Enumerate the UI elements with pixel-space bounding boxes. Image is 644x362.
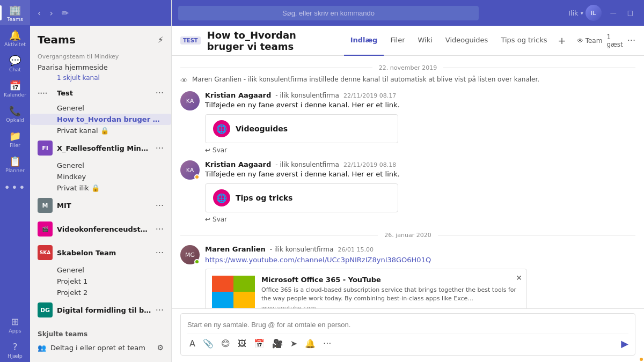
compose-input[interactable] [187, 321, 628, 329]
team-test-more[interactable]: ··· [156, 88, 164, 98]
send-arrow-tool[interactable]: ➤ [288, 337, 299, 350]
sidebar-item-aktivitet[interactable]: 🔔 Aktivitet [0, 25, 30, 50]
channel-generel-skabelon[interactable]: Generel [30, 264, 171, 276]
channel-privat[interactable]: Privat kanal 🔒 [30, 125, 171, 136]
msg1-card-title: Videoguides [236, 124, 288, 133]
team-videokonference[interactable]: 🎬 Videokonferenceudstyr til Grøn... ··· [30, 217, 171, 241]
team-skabelon[interactable]: SKA Skabelon Team ··· [30, 241, 171, 264]
more-tools[interactable]: ··· [321, 337, 333, 350]
teams-panel: ‹ › ✏ Teams ⚡ Overgangsteam til Mindkey … [30, 0, 172, 362]
more-icon: ••• [4, 182, 26, 193]
channel-generel-test[interactable]: Generel [30, 102, 171, 114]
tab-tips[interactable]: Tips og tricks [494, 26, 553, 56]
team-digital-avatar: DG [38, 302, 53, 317]
sidebar-item-chat[interactable]: 💬 Chat [0, 50, 30, 76]
image-tool[interactable]: 🖼 [236, 337, 248, 350]
msg1-reply[interactable]: ↩ Svar [205, 146, 635, 154]
compose-icon[interactable]: ✏ [58, 6, 72, 20]
opkald-icon: 📞 [9, 106, 21, 116]
ms-green-square [233, 276, 255, 292]
channel-privat-ilik[interactable]: Privat ilik 🔒 [30, 182, 171, 194]
attach-tool[interactable]: 📎 [201, 337, 216, 350]
msg3-time: 26/01 15.00 [338, 246, 374, 253]
sidebar-item-hjaelp[interactable]: ? Hjælp [0, 337, 30, 362]
skjulte-teams-header: Skjulte teams [30, 326, 171, 340]
team-digital[interactable]: DG Digital formidling til børn og u... ·… [30, 298, 171, 322]
team-x-more[interactable]: ··· [156, 143, 164, 153]
tab-filer[interactable]: Filer [384, 26, 411, 56]
msg3-link[interactable]: https://www.youtube.com/channel/UCc3pNIR… [205, 256, 431, 264]
tab-add-button[interactable]: + [554, 35, 570, 46]
user-profile[interactable]: Ilik ▾ IL [568, 5, 602, 21]
team-mit-avatar: M [38, 198, 53, 213]
search-input[interactable] [178, 6, 479, 20]
team-test[interactable]: ···· Test ··· [30, 84, 171, 102]
maximize-button[interactable]: □ [623, 7, 638, 19]
team-skabelon-more[interactable]: ··· [156, 248, 164, 258]
msg2-card[interactable]: 🌐 Tips og tricks [205, 183, 398, 212]
window-controls: — □ [606, 7, 638, 19]
team-x-name: X_Fællesoffentlig Mindkey impl [57, 144, 151, 152]
channel-howto[interactable]: How to_Hvordan bruger vi teams [30, 114, 171, 125]
eye-team-badge[interactable]: 👁 Team [577, 37, 603, 45]
sidebar-item-opkald[interactable]: 📞 Opkald [0, 101, 30, 126]
sidebar-item-apps[interactable]: ⊞ Apps [0, 312, 30, 337]
filter-icon[interactable]: ⚡ [158, 35, 164, 45]
tab-indlaeg[interactable]: Indlæg [344, 26, 384, 56]
send-button[interactable]: ▶ [621, 338, 628, 349]
youtube-url: www.youtube.com [261, 305, 520, 308]
team-digital-more[interactable]: ··· [156, 305, 164, 315]
reply-arrow-icon-2: ↩ [205, 216, 210, 223]
forward-arrow[interactable]: › [46, 6, 56, 20]
schedule-tool[interactable]: 📅 [252, 337, 267, 350]
channel-mindkey[interactable]: Mindkey [30, 171, 171, 182]
user-avatar: IL [586, 5, 602, 21]
paarisa-channel[interactable]: Paarisa hjemmeside [30, 62, 171, 73]
format-text-tool[interactable]: A [187, 337, 197, 350]
msg2-card-title: Tips og tricks [236, 194, 292, 202]
channel-more-button[interactable]: ··· [627, 35, 635, 46]
info-icon: 👁 [180, 76, 188, 85]
message-block-3: MG Maren Granlien - ilik konsulentfirma … [180, 245, 635, 308]
compose-toolbar: A 📎 😊 🖼 📅 🎥 ➤ 🔔 ··· ▶ [187, 334, 628, 350]
kalender-icon: 📅 [9, 81, 21, 91]
msg2-content: Kristian Aagaard - ilik konsulentfirma 2… [205, 160, 635, 223]
sidebar-item-kalender[interactable]: 📅 Kalender [0, 76, 30, 101]
youtube-card-close[interactable]: ✕ [516, 274, 522, 282]
video-tool[interactable]: 🎥 [270, 337, 285, 350]
sidebar-item-teams[interactable]: 🏢 Teams [0, 0, 30, 25]
team-x-faelles[interactable]: FI X_Fællesoffentlig Mindkey impl ··· [30, 136, 171, 160]
chat-icon: 💬 [9, 56, 21, 65]
teams-title: Teams [38, 33, 76, 46]
channel-projekt2[interactable]: Projekt 2 [30, 287, 171, 298]
sidebar-item-filer[interactable]: 📁 Filer [0, 126, 30, 151]
emoji-tool[interactable]: 😊 [219, 337, 232, 350]
back-arrow[interactable]: ‹ [34, 6, 44, 20]
notify-tool[interactable]: 🔔 [303, 337, 318, 350]
channel-projekt1[interactable]: Projekt 1 [30, 276, 171, 287]
team-label: Team [586, 37, 603, 45]
msg1-card[interactable]: 🌐 Videoguides [205, 114, 398, 143]
channel-generel-x[interactable]: Generel [30, 160, 171, 171]
skjult-kanal[interactable]: 1 skjult kanal [30, 73, 171, 84]
guest-badge: 1 gæst [606, 33, 623, 48]
msg2-reply[interactable]: ↩ Svar [205, 216, 635, 223]
team-mit[interactable]: M MIT ··· [30, 194, 171, 217]
team-mit-more[interactable]: ··· [156, 201, 164, 211]
join-team-label: Deltag i eller opret et team [50, 344, 145, 352]
join-team-row[interactable]: 👥 Deltag i eller opret et team ⚙ [30, 340, 171, 355]
tab-videoguides[interactable]: Videoguides [439, 26, 495, 56]
minimize-button[interactable]: — [606, 7, 621, 19]
ms-red-square [212, 276, 233, 292]
msg3-avatar: MG [180, 245, 200, 264]
teams-list: Overgangsteam til Mindkey Paarisa hjemme… [30, 51, 171, 362]
sidebar-item-more[interactable]: ••• [0, 176, 30, 196]
tab-wiki[interactable]: Wiki [412, 26, 439, 56]
msg2-time: 22/11/2019 08.18 [343, 161, 396, 168]
sidebar-item-planner[interactable]: 📋 Planner [0, 151, 30, 176]
team-skabelon-name: Skabelon Team [57, 249, 151, 257]
videoguides-card-icon: 🌐 [213, 120, 230, 137]
team-mit-name: MIT [57, 202, 151, 210]
team-video-more[interactable]: ··· [156, 224, 164, 234]
gear-icon[interactable]: ⚙ [157, 343, 164, 352]
